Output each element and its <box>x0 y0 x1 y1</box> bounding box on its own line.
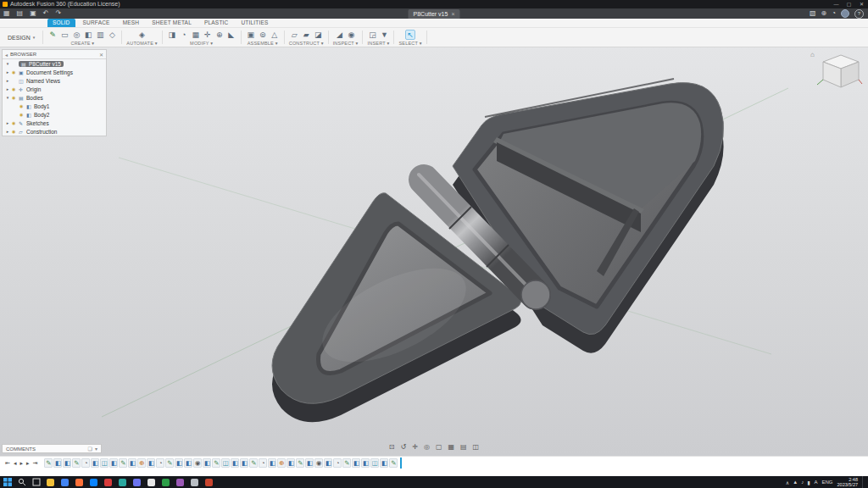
notifications-icon[interactable]: ◔ <box>832 8 836 19</box>
expand-arrow-icon[interactable]: ▸ <box>5 78 10 83</box>
timeline-op-37[interactable]: ◧ <box>380 458 388 468</box>
comment-bubble-icon[interactable]: ❏ <box>88 446 92 452</box>
ribbon-tab-surface[interactable]: SURFACE <box>78 19 115 27</box>
timeline-op-38[interactable]: ✎ <box>389 458 398 468</box>
press-pull-icon[interactable]: ◨ <box>167 30 177 40</box>
tree-item-body1[interactable]: ◉◧Body1 <box>3 102 106 110</box>
ime-indicator[interactable]: A <box>815 480 818 485</box>
visibility-bulb-icon[interactable]: ◉ <box>12 95 17 100</box>
ribbon-tab-sheet-metal[interactable]: SHEET METAL <box>147 19 197 27</box>
timeline-op-16[interactable]: ◧ <box>184 458 192 468</box>
orbit-icon[interactable]: ↺ <box>401 443 407 451</box>
collapse-icon[interactable]: ◂ <box>5 52 8 58</box>
zoom-icon[interactable]: ◎ <box>424 443 430 451</box>
battery-icon[interactable]: ▮ <box>807 480 810 485</box>
timeline-op-31[interactable]: ◧ <box>324 458 332 468</box>
pan-icon[interactable]: ✛ <box>412 443 418 451</box>
hidden-icons-chevron[interactable]: ∧ <box>786 480 789 485</box>
ribbon-group-label-insert[interactable]: INSERT ▾ <box>368 41 390 46</box>
taskbar-app-purple[interactable] <box>130 476 144 488</box>
volume-icon[interactable]: ♪ <box>801 480 804 485</box>
timeline-op-10[interactable]: ◧ <box>128 458 136 468</box>
grid-settings-icon[interactable]: ▤ <box>460 443 467 451</box>
point-icon[interactable]: ◪ <box>313 30 323 40</box>
timeline-op-19[interactable]: ✎ <box>212 458 220 468</box>
timeline-op-1[interactable]: ✎ <box>44 458 53 468</box>
timeline-op-35[interactable]: ◧ <box>361 458 370 468</box>
select-icon[interactable]: ↖ <box>405 30 415 40</box>
timeline-op-29[interactable]: ◧ <box>305 458 314 468</box>
timeline-op-2[interactable]: ◧ <box>53 458 62 468</box>
taskbar-app-green[interactable] <box>159 476 173 488</box>
taskbar-app-files[interactable] <box>43 476 58 488</box>
file-icon[interactable]: ▤ <box>17 8 24 19</box>
minimize-button[interactable]: — <box>830 0 843 8</box>
expand-arrow-icon[interactable]: ▸ <box>5 86 10 92</box>
maximize-button[interactable]: ▢ <box>843 0 855 8</box>
taskbar-app-crimson[interactable] <box>202 476 216 488</box>
home-icon[interactable]: ⌂ <box>810 51 815 58</box>
cylinder-icon[interactable]: ◎ <box>71 30 81 40</box>
timeline-op-23[interactable]: ✎ <box>249 458 258 468</box>
taskbar-clock[interactable]: 2:48 2023/5/27 <box>837 477 858 488</box>
measure-icon[interactable]: ◢ <box>335 30 345 40</box>
ribbon-group-label-modify[interactable]: MODIFY ▾ <box>190 41 213 46</box>
timeline-op-33[interactable]: ✎ <box>342 458 351 468</box>
root-document-chip[interactable]: ▤P8Cutter v15 <box>19 61 64 67</box>
timeline-step-back[interactable]: ◂ <box>14 460 17 467</box>
timeline-op-25[interactable]: ◧ <box>268 458 276 468</box>
axis-icon[interactable]: ▰ <box>301 30 311 40</box>
offset-plane-icon[interactable]: ▱ <box>289 30 299 40</box>
expand-arrow-icon[interactable]: ▾ <box>5 61 10 66</box>
taskbar-app-red[interactable] <box>101 476 115 488</box>
ribbon-group-label-create[interactable]: CREATE ▾ <box>70 41 94 46</box>
taskbar-app-light[interactable] <box>144 476 159 488</box>
workspace-switcher[interactable]: DESIGN ▾ <box>0 28 42 47</box>
user-avatar[interactable] <box>841 9 849 18</box>
taskbar-app-browser-orange[interactable] <box>72 476 86 488</box>
tree-item-bodies[interactable]: ▾◉▤Bodies <box>3 93 106 102</box>
tree-item-sketches[interactable]: ▸◉✎Sketches <box>3 119 106 127</box>
timeline-op-6[interactable]: ◧ <box>91 458 99 468</box>
timeline-op-13[interactable]: ◔ <box>156 458 164 468</box>
display-settings-icon[interactable]: ▦ <box>448 443 454 451</box>
timeline-op-28[interactable]: ✎ <box>296 458 304 468</box>
timeline-op-8[interactable]: ◧ <box>109 458 118 468</box>
taskbar-app-edge[interactable] <box>86 476 101 488</box>
ribbon-group-label-assemble[interactable]: ASSEMBLE ▾ <box>248 41 278 46</box>
timeline-op-5[interactable]: ◔ <box>81 458 90 468</box>
timeline-op-26[interactable]: ⊕ <box>277 458 286 468</box>
taskbar-app-gray[interactable] <box>187 476 202 488</box>
look-at-icon[interactable]: ▢ <box>436 443 442 451</box>
timeline-play[interactable]: ▸ <box>19 460 23 467</box>
timeline-op-17[interactable]: ◉ <box>193 458 202 468</box>
form-icon[interactable]: ◇ <box>107 30 117 40</box>
document-tab-close-icon[interactable]: × <box>451 11 454 17</box>
expand-arrow-icon[interactable]: ▸ <box>5 69 10 75</box>
ribbon-tab-plastic[interactable]: PLASTIC <box>199 19 234 27</box>
timeline-op-21[interactable]: ◧ <box>231 458 239 468</box>
timeline-op-15[interactable]: ◧ <box>175 458 183 468</box>
start-button[interactable] <box>0 476 14 488</box>
taskbar-search-button[interactable] <box>14 476 29 488</box>
section-analysis-icon[interactable]: ◉ <box>347 30 357 40</box>
insert-mesh-icon[interactable]: ◲ <box>367 30 377 40</box>
timeline-op-34[interactable]: ◧ <box>352 458 360 468</box>
timeline-go-end[interactable]: ⇥ <box>32 460 37 467</box>
new-component-icon[interactable]: ▣ <box>246 30 256 40</box>
job-status-icon[interactable]: ⊕ <box>821 8 826 19</box>
timeline-op-9[interactable]: ✎ <box>119 458 127 468</box>
expand-icon[interactable]: ▾ <box>95 446 97 452</box>
timeline-op-12[interactable]: ◧ <box>147 458 155 468</box>
close-button[interactable]: ✕ <box>855 0 868 8</box>
tree-item-document-settings[interactable]: ▸◉▣Document Settings <box>3 68 106 76</box>
help-icon[interactable]: ? <box>854 9 864 19</box>
expand-arrow-icon[interactable]: ▸ <box>5 120 10 125</box>
ribbon-group-label-construct[interactable]: CONSTRUCT ▾ <box>289 41 324 46</box>
timeline-op-20[interactable]: ◫ <box>221 458 230 468</box>
timeline-position-marker[interactable] <box>400 458 402 469</box>
tree-item-construction[interactable]: ▸◉▱Construction <box>3 127 106 136</box>
save-icon[interactable]: ▣ <box>30 8 36 19</box>
visibility-bulb-icon[interactable]: ◉ <box>12 129 17 134</box>
visibility-bulb-icon[interactable]: ◉ <box>19 103 25 108</box>
